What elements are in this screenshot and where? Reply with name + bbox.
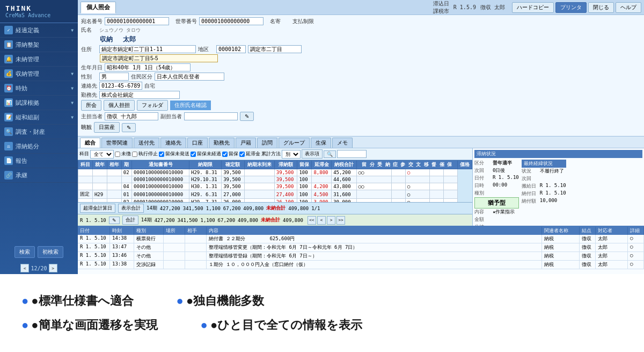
tab-group[interactable]: グループ (279, 138, 310, 148)
sidebar-item-minou[interactable]: 🔔 未納管理 (0, 52, 78, 67)
chiiku-name[interactable] (248, 45, 302, 53)
shikko-label: 執行停止 (138, 150, 158, 157)
phone-value[interactable] (99, 82, 142, 90)
td-chk2 (392, 183, 406, 190)
ryukyu-misou-checkbox[interactable] (159, 152, 164, 157)
edit3-btn[interactable]: ✎ (109, 217, 120, 224)
jumin-value[interactable] (155, 73, 224, 81)
prev-page-btn[interactable]: < (317, 216, 326, 225)
td-noki-mito (244, 169, 274, 176)
miatsu-checkbox[interactable] (115, 152, 120, 157)
close-button[interactable]: 閉じる (588, 2, 614, 13)
status-label: 状況 (522, 168, 537, 175)
tab-seihon[interactable]: 生保 (311, 138, 331, 148)
enzai-label: 延滞金 (246, 150, 260, 157)
keisan-select[interactable]: 別 (282, 150, 301, 159)
minou-label: 未納合計 (266, 205, 286, 212)
hardcopy-button[interactable]: ハードコピー (512, 2, 554, 13)
tab-kinmu[interactable]: 勤務先 (209, 138, 235, 148)
log-row: R 1. 5.10 14:38 横票発行 納付書 ２２期分 625,600円 納… (78, 235, 644, 243)
sub-manager-value[interactable] (184, 112, 238, 120)
calc-date-btn[interactable]: 超滞金計算日 (80, 204, 115, 213)
tab-renraku[interactable]: 連絡先 (160, 138, 186, 148)
nameyor-label: 名寄 (270, 18, 286, 25)
td-ryukyu: 100 (297, 169, 312, 176)
next-page-button[interactable]: > (49, 264, 57, 272)
help-button[interactable]: ヘルプ (616, 2, 641, 13)
first-page-btn[interactable]: << (308, 216, 316, 225)
info-date: 滞込日 課税市 (433, 0, 449, 15)
daily-view-button[interactable]: 日當産 (94, 122, 120, 133)
th-kakaku: 価格 (457, 161, 472, 169)
sidebar-item-taino[interactable]: 📋 滞納整架 (0, 38, 78, 52)
gender-value[interactable] (99, 73, 129, 81)
display-total-btn[interactable]: 表示合計 (118, 204, 144, 213)
first-search-button[interactable]: 初検索 (38, 246, 63, 258)
lr-tanto: 太郎 (596, 261, 628, 269)
enzai-checkbox[interactable] (239, 152, 245, 157)
next-page-btn[interactable]: > (327, 216, 335, 225)
td-nozei: 45,200 (332, 169, 356, 176)
printer-button[interactable]: プリンタ (555, 2, 587, 13)
jikan-row: 日時 00:00 (474, 182, 519, 189)
sidebar-item-chosa[interactable]: 🔍 調査・財産 (0, 125, 78, 139)
th-nozei: 納税合計 (332, 161, 356, 169)
birthdate-value[interactable] (105, 63, 191, 71)
account-number-field[interactable] (105, 17, 169, 25)
search-icon-btn[interactable]: 🔍 (324, 150, 336, 158)
tab-setai[interactable]: 世帯関連 (101, 138, 133, 148)
search-input[interactable] (337, 150, 367, 158)
lr-time: 13:47 (110, 243, 134, 252)
tab-koseki[interactable]: 戸籍 (236, 138, 256, 148)
sidebar-item-waso[interactable]: 📝 縦和組副 ▼ (0, 110, 78, 125)
total-enzai2: 67,200 (218, 218, 236, 223)
sidebar-item-keika[interactable]: ✓ 経過定義 ▼ (0, 23, 78, 38)
chiiku-code[interactable] (216, 45, 246, 53)
employer-value[interactable] (99, 91, 180, 99)
tab-memo[interactable]: メモ (332, 138, 353, 148)
prev-page-button[interactable]: < (20, 264, 29, 272)
log-row: R 1. 5.10 13:46 その他 整理端情移管登録（期間：令和元年 6月 … (78, 252, 644, 261)
folder-button[interactable]: フォルダ (137, 100, 168, 111)
edit2-button[interactable]: ✎ (122, 123, 136, 132)
household-number-field[interactable] (199, 17, 264, 25)
shokai-button[interactable]: 所会 (81, 100, 101, 111)
sidebar-item-shobun[interactable]: ⚖ 滞納処分 (0, 139, 78, 154)
sidebar-item-shuno[interactable]: 💰 収納管理 ▼ (0, 67, 78, 81)
shikko-checkbox[interactable] (132, 152, 137, 157)
content-tabs: 総合 世帯関連 送付先 連絡先 口座 勤務先 戸籍 訪問 グループ 生保 メモ (78, 137, 644, 148)
address-field1[interactable] (99, 45, 196, 53)
address-confirm-button[interactable]: 住所氏名確認 (170, 100, 211, 110)
lr-person (185, 261, 207, 269)
edit-icon-button[interactable]: ✎ (240, 112, 254, 121)
sidebar-item-fuka[interactable]: 📊 賦課根拠 ▼ (0, 96, 78, 110)
kojin-tab[interactable]: 個人照会 (80, 2, 116, 13)
display-btn[interactable]: 表示項 (302, 149, 323, 159)
manager-value[interactable] (105, 112, 158, 120)
lh-time: 時刻 (110, 227, 134, 235)
ryukyu-misou-label: 留保未発送 (165, 150, 189, 157)
sidebar-item-shokei[interactable]: 🔗 承継 (0, 168, 78, 183)
jikou2-row: 次回 (522, 175, 566, 182)
kojin-tanto-button[interactable]: 個人担担 (104, 100, 135, 111)
kamoku-select[interactable]: 全て (90, 150, 114, 159)
full-address[interactable] (100, 54, 218, 62)
last-page-btn[interactable]: >> (336, 216, 345, 225)
search-button[interactable]: 検索 (14, 246, 35, 258)
tab-okuri[interactable]: 送付先 (134, 138, 159, 148)
td-ki (121, 176, 131, 183)
sidebar-item-jiko[interactable]: ⏰ 時効 ▼ (0, 81, 78, 96)
td-enzai: 8,800 (312, 169, 332, 176)
gokei-btn[interactable]: 合計 (122, 215, 138, 225)
sidebar-item-hokoku[interactable]: 📄 報告 (0, 154, 78, 168)
lh-type: 種別 (134, 227, 164, 235)
tab-homonr[interactable]: 訪問 (257, 138, 277, 148)
log-row: R 1. 5.10 13:38 交渉記録 １期分 １０，０００円入金（窓口納付（… (78, 261, 644, 269)
fuka-icon: 📊 (4, 98, 13, 107)
tab-koza[interactable]: 口座 (187, 138, 208, 148)
lr-date: R 1. 5.10 (78, 252, 110, 260)
tab-sogo[interactable]: 総合 (80, 138, 100, 148)
ryukyu-checkbox[interactable] (222, 152, 228, 157)
td-noki-mito (244, 176, 274, 183)
ryukyu-kake-checkbox[interactable] (191, 152, 196, 157)
